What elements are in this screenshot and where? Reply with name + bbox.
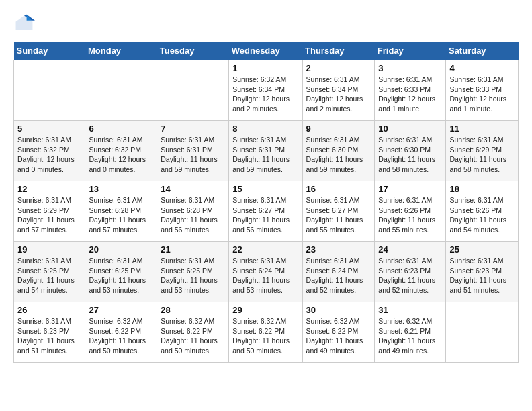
calendar-cell: 29Sunrise: 6:32 AM Sunset: 6:22 PM Dayli… [229,302,302,363]
day-number: 21 [161,244,225,255]
day-info: Sunrise: 6:32 AM Sunset: 6:34 PM Dayligh… [232,75,298,114]
calendar-week-row: 1Sunrise: 6:32 AM Sunset: 6:34 PM Daylig… [14,60,519,121]
day-number: 5 [17,124,81,134]
day-number: 1 [232,63,298,73]
calendar-cell: 22Sunrise: 6:31 AM Sunset: 6:24 PM Dayli… [229,242,302,302]
calendar-cell: 7Sunrise: 6:31 AM Sunset: 6:31 PM Daylig… [157,121,229,181]
day-info: Sunrise: 6:31 AM Sunset: 6:28 PM Dayligh… [161,195,225,235]
calendar-cell: 23Sunrise: 6:31 AM Sunset: 6:24 PM Dayli… [302,242,375,302]
day-number: 26 [17,305,81,315]
calendar-cell: 4Sunrise: 6:31 AM Sunset: 6:33 PM Daylig… [446,60,519,121]
day-number: 25 [449,244,515,255]
calendar-cell: 12Sunrise: 6:31 AM Sunset: 6:29 PM Dayli… [14,181,85,242]
calendar-cell: 18Sunrise: 6:31 AM Sunset: 6:26 PM Dayli… [446,181,519,242]
day-info: Sunrise: 6:32 AM Sunset: 6:22 PM Dayligh… [89,316,153,356]
day-info: Sunrise: 6:31 AM Sunset: 6:24 PM Dayligh… [306,256,371,295]
day-number: 13 [89,184,153,194]
day-info: Sunrise: 6:31 AM Sunset: 6:29 PM Dayligh… [17,195,81,235]
calendar-cell: 1Sunrise: 6:32 AM Sunset: 6:34 PM Daylig… [229,60,302,121]
day-number: 23 [306,244,371,255]
day-number: 8 [232,124,298,134]
calendar-cell: 5Sunrise: 6:31 AM Sunset: 6:32 PM Daylig… [14,121,85,181]
weekday-row: SundayMondayTuesdayWednesdayThursdayFrid… [14,42,519,60]
day-number: 14 [161,184,225,194]
day-number: 2 [306,63,371,73]
calendar-cell: 27Sunrise: 6:32 AM Sunset: 6:22 PM Dayli… [85,302,157,363]
calendar-cell: 9Sunrise: 6:31 AM Sunset: 6:30 PM Daylig… [302,121,375,181]
calendar-week-row: 26Sunrise: 6:31 AM Sunset: 6:23 PM Dayli… [14,302,519,363]
day-info: Sunrise: 6:31 AM Sunset: 6:29 PM Dayligh… [449,135,515,175]
calendar-week-row: 19Sunrise: 6:31 AM Sunset: 6:25 PM Dayli… [14,242,519,302]
day-info: Sunrise: 6:31 AM Sunset: 6:25 PM Dayligh… [89,256,153,295]
calendar-body: 1Sunrise: 6:32 AM Sunset: 6:34 PM Daylig… [14,60,519,363]
day-number: 3 [378,63,442,73]
day-number: 12 [17,184,81,194]
calendar-cell: 15Sunrise: 6:31 AM Sunset: 6:27 PM Dayli… [229,181,302,242]
day-info: Sunrise: 6:31 AM Sunset: 6:25 PM Dayligh… [17,256,81,295]
day-info: Sunrise: 6:31 AM Sunset: 6:30 PM Dayligh… [378,135,442,175]
day-info: Sunrise: 6:32 AM Sunset: 6:22 PM Dayligh… [306,316,371,356]
day-info: Sunrise: 6:31 AM Sunset: 6:24 PM Dayligh… [232,256,298,295]
day-info: Sunrise: 6:31 AM Sunset: 6:31 PM Dayligh… [232,135,298,175]
day-info: Sunrise: 6:31 AM Sunset: 6:25 PM Dayligh… [161,256,225,295]
calendar-cell: 16Sunrise: 6:31 AM Sunset: 6:27 PM Dayli… [302,181,375,242]
logo-icon [13,13,35,35]
day-info: Sunrise: 6:31 AM Sunset: 6:33 PM Dayligh… [449,75,515,114]
day-number: 24 [378,244,442,255]
calendar-cell: 10Sunrise: 6:31 AM Sunset: 6:30 PM Dayli… [375,121,446,181]
calendar-cell: 17Sunrise: 6:31 AM Sunset: 6:26 PM Dayli… [375,181,446,242]
day-info: Sunrise: 6:31 AM Sunset: 6:32 PM Dayligh… [17,135,81,175]
weekday-header: Sunday [14,42,85,60]
day-number: 6 [89,124,153,134]
day-info: Sunrise: 6:31 AM Sunset: 6:27 PM Dayligh… [232,195,298,235]
calendar-cell: 21Sunrise: 6:31 AM Sunset: 6:25 PM Dayli… [157,242,229,302]
day-number: 22 [232,244,298,255]
calendar-cell: 13Sunrise: 6:31 AM Sunset: 6:28 PM Dayli… [85,181,157,242]
day-number: 4 [449,63,515,73]
calendar-cell: 2Sunrise: 6:31 AM Sunset: 6:34 PM Daylig… [302,60,375,121]
calendar-cell: 24Sunrise: 6:31 AM Sunset: 6:23 PM Dayli… [375,242,446,302]
day-info: Sunrise: 6:32 AM Sunset: 6:22 PM Dayligh… [161,316,225,356]
day-info: Sunrise: 6:31 AM Sunset: 6:23 PM Dayligh… [449,256,515,295]
weekday-header: Tuesday [157,42,229,60]
day-number: 10 [378,124,442,134]
weekday-header: Thursday [302,42,375,60]
day-number: 16 [306,184,371,194]
day-info: Sunrise: 6:31 AM Sunset: 6:23 PM Dayligh… [17,316,81,356]
day-info: Sunrise: 6:32 AM Sunset: 6:21 PM Dayligh… [378,316,442,356]
day-number: 17 [378,184,442,194]
calendar-cell: 3Sunrise: 6:31 AM Sunset: 6:33 PM Daylig… [375,60,446,121]
calendar-cell: 30Sunrise: 6:32 AM Sunset: 6:22 PM Dayli… [302,302,375,363]
calendar-cell [446,302,519,363]
day-number: 28 [161,305,225,315]
weekday-header: Saturday [446,42,519,60]
calendar-cell: 6Sunrise: 6:31 AM Sunset: 6:32 PM Daylig… [85,121,157,181]
calendar-cell [85,60,157,121]
day-info: Sunrise: 6:31 AM Sunset: 6:26 PM Dayligh… [449,195,515,235]
calendar-cell: 25Sunrise: 6:31 AM Sunset: 6:23 PM Dayli… [446,242,519,302]
calendar-week-row: 12Sunrise: 6:31 AM Sunset: 6:29 PM Dayli… [14,181,519,242]
day-number: 20 [89,244,153,255]
day-number: 31 [378,305,442,315]
day-info: Sunrise: 6:31 AM Sunset: 6:32 PM Dayligh… [89,135,153,175]
day-info: Sunrise: 6:31 AM Sunset: 6:27 PM Dayligh… [306,195,371,235]
day-info: Sunrise: 6:31 AM Sunset: 6:23 PM Dayligh… [378,256,442,295]
calendar-cell: 28Sunrise: 6:32 AM Sunset: 6:22 PM Dayli… [157,302,229,363]
calendar-cell: 20Sunrise: 6:31 AM Sunset: 6:25 PM Dayli… [85,242,157,302]
day-number: 7 [161,124,225,134]
day-info: Sunrise: 6:31 AM Sunset: 6:33 PM Dayligh… [378,75,442,114]
calendar-cell [14,60,85,121]
calendar-week-row: 5Sunrise: 6:31 AM Sunset: 6:32 PM Daylig… [14,121,519,181]
calendar-table: SundayMondayTuesdayWednesdayThursdayFrid… [13,42,519,363]
day-info: Sunrise: 6:31 AM Sunset: 6:31 PM Dayligh… [161,135,225,175]
day-number: 15 [232,184,298,194]
page-header [13,13,519,35]
calendar-cell: 26Sunrise: 6:31 AM Sunset: 6:23 PM Dayli… [14,302,85,363]
day-number: 27 [89,305,153,315]
calendar-cell: 8Sunrise: 6:31 AM Sunset: 6:31 PM Daylig… [229,121,302,181]
day-info: Sunrise: 6:31 AM Sunset: 6:30 PM Dayligh… [306,135,371,175]
calendar-cell: 31Sunrise: 6:32 AM Sunset: 6:21 PM Dayli… [375,302,446,363]
day-number: 9 [306,124,371,134]
day-number: 18 [449,184,515,194]
day-info: Sunrise: 6:31 AM Sunset: 6:26 PM Dayligh… [378,195,442,235]
